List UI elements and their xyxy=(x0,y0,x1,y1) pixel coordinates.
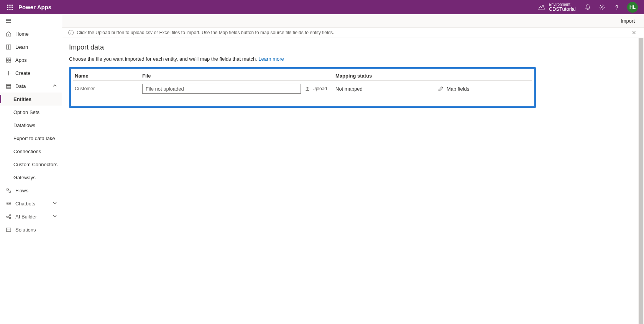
svg-rect-13 xyxy=(6,60,8,62)
chevron-up-icon xyxy=(53,83,58,89)
sidebar-item-label: Data xyxy=(15,83,53,89)
waffle-icon[interactable] xyxy=(3,0,17,14)
svg-point-19 xyxy=(7,203,8,204)
scrollbar[interactable] xyxy=(638,38,644,324)
book-icon xyxy=(5,44,12,50)
svg-rect-0 xyxy=(7,5,8,6)
chevron-down-icon xyxy=(53,201,58,206)
header-file: File xyxy=(142,73,335,79)
sidebar-item-label: Connections xyxy=(13,149,58,154)
product-name: Power Apps xyxy=(18,4,51,10)
close-icon[interactable]: ✕ xyxy=(630,30,638,36)
sidebar-item-label: Solutions xyxy=(15,227,58,233)
sidebar-item-dataflows[interactable]: Dataflows xyxy=(0,119,62,132)
svg-rect-7 xyxy=(10,9,11,10)
content-area: Import data Choose the file you want imp… xyxy=(62,38,644,324)
sidebar-item-custom-connectors[interactable]: Custom Connectors xyxy=(0,158,62,171)
sidebar-item-apps[interactable]: Apps xyxy=(0,53,62,66)
sidebar-item-label: AI Builder xyxy=(15,214,53,220)
avatar[interactable]: HL xyxy=(627,2,638,13)
plus-icon xyxy=(5,70,12,76)
sidebar-item-label: Apps xyxy=(15,57,58,63)
sidebar-item-solutions[interactable]: Solutions xyxy=(0,223,62,236)
svg-point-20 xyxy=(9,203,10,204)
upload-button[interactable]: Upload xyxy=(305,86,327,91)
svg-point-21 xyxy=(6,216,8,217)
flow-icon xyxy=(5,187,12,193)
home-icon xyxy=(5,31,12,37)
svg-rect-6 xyxy=(7,9,8,10)
grid-row: Customer File not uploaded Upload Not ma… xyxy=(73,81,532,95)
svg-rect-3 xyxy=(7,7,8,8)
sidebar-item-label: Option Sets xyxy=(13,109,58,115)
sidebar-item-label: Custom Connectors xyxy=(13,162,58,167)
sidebar-item-label: Export to data lake xyxy=(13,136,58,141)
sidebar-item-flows[interactable]: Flows xyxy=(0,184,62,197)
svg-rect-5 xyxy=(12,7,13,8)
scrollbar-thumb[interactable] xyxy=(639,38,643,324)
grid-header: Name File Mapping status xyxy=(73,71,532,81)
environment-label: Environment xyxy=(549,2,576,7)
environment-picker[interactable]: Environment CDSTutorial xyxy=(537,2,576,12)
help-icon[interactable] xyxy=(610,0,624,14)
ai-icon xyxy=(5,213,12,220)
sidebar-item-learn[interactable]: Learn xyxy=(0,40,62,53)
sidebar-item-ai-builder[interactable]: AI Builder xyxy=(0,210,62,223)
import-button[interactable]: Import xyxy=(618,17,638,25)
sidebar-toggle[interactable] xyxy=(0,14,62,27)
svg-rect-15 xyxy=(6,84,10,85)
sidebar-item-create[interactable]: Create xyxy=(0,66,62,79)
file-input-placeholder: File not uploaded xyxy=(146,86,184,92)
page-title: Import data xyxy=(69,43,637,51)
notifications-icon[interactable] xyxy=(580,0,595,14)
svg-rect-1 xyxy=(10,5,11,6)
svg-rect-11 xyxy=(6,58,8,60)
environment-name: CDSTutorial xyxy=(549,7,576,12)
map-fields-button[interactable]: Map fields xyxy=(438,86,532,92)
edit-icon xyxy=(438,86,444,91)
chevron-down-icon xyxy=(53,214,58,219)
solutions-icon xyxy=(5,226,12,233)
row-name: Customer xyxy=(73,86,142,91)
svg-rect-8 xyxy=(12,9,13,10)
sidebar-item-data[interactable]: Data xyxy=(0,79,62,93)
svg-rect-14 xyxy=(9,60,11,62)
sidebar-item-chatbots[interactable]: Chatbots xyxy=(0,197,62,210)
sidebar-item-entities[interactable]: Entities xyxy=(0,93,62,106)
sidebar-item-label: Gateways xyxy=(13,175,58,180)
mapping-status: Not mapped xyxy=(335,86,363,92)
sidebar-item-label: Dataflows xyxy=(13,122,58,128)
settings-icon[interactable] xyxy=(595,0,610,14)
svg-point-23 xyxy=(9,217,11,219)
sidebar-item-export-lake[interactable]: Export to data lake xyxy=(0,132,62,145)
sidebar-item-option-sets[interactable]: Option Sets xyxy=(0,106,62,119)
chatbot-icon xyxy=(5,200,12,207)
learn-more-link[interactable]: Learn more xyxy=(258,56,284,62)
info-text: Click the Upload button to upload csv or… xyxy=(77,30,334,35)
svg-rect-2 xyxy=(12,5,13,6)
sidebar-item-connections[interactable]: Connections xyxy=(0,145,62,158)
sidebar-item-label: Home xyxy=(15,31,58,37)
environment-icon xyxy=(537,3,546,11)
sidebar-item-label: Chatbots xyxy=(15,201,53,207)
svg-rect-16 xyxy=(6,86,10,87)
data-icon xyxy=(5,83,12,89)
info-bar: i Click the Upload button to upload csv … xyxy=(62,27,644,38)
file-input[interactable]: File not uploaded xyxy=(142,84,301,94)
svg-rect-4 xyxy=(10,7,11,8)
svg-rect-17 xyxy=(6,87,10,88)
svg-rect-24 xyxy=(6,228,10,231)
svg-point-22 xyxy=(9,214,11,216)
apps-icon xyxy=(5,57,12,63)
upload-icon xyxy=(305,86,310,91)
sidebar: Home Learn Apps Create Data Entities Opt… xyxy=(0,14,62,324)
sidebar-item-label: Create xyxy=(15,70,58,76)
svg-point-9 xyxy=(601,7,603,8)
main-content: Import i Click the Upload button to uplo… xyxy=(62,14,644,324)
topbar: Power Apps Environment CDSTutorial HL xyxy=(0,0,644,14)
sidebar-item-gateways[interactable]: Gateways xyxy=(0,171,62,184)
sidebar-item-home[interactable]: Home xyxy=(0,27,62,40)
info-icon: i xyxy=(68,30,74,35)
sidebar-item-label: Learn xyxy=(15,44,58,50)
page-description: Choose the file you want imported for ea… xyxy=(69,56,637,62)
